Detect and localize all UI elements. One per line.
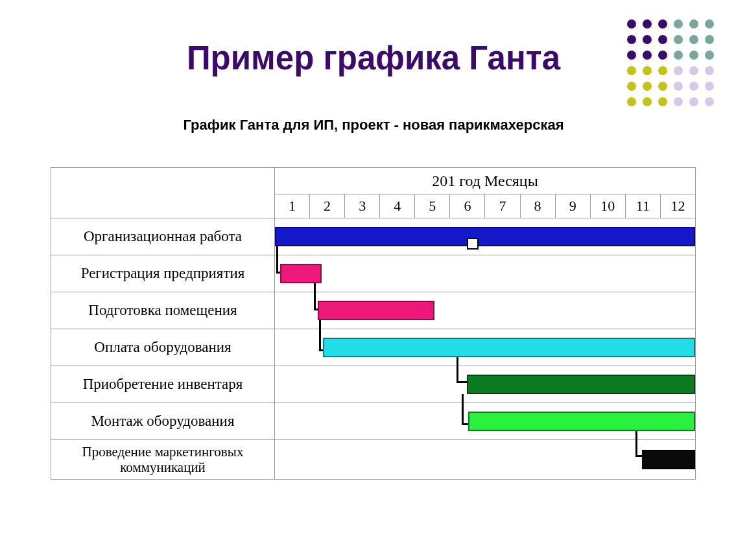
gantt-bar <box>280 264 322 283</box>
month-header: 2 <box>310 194 345 218</box>
table-row: Приобретение инвентаря <box>51 366 696 403</box>
month-header: 11 <box>625 194 660 218</box>
table-row: Проведение маркетинговых коммуникаций <box>51 440 696 480</box>
month-header: 6 <box>450 194 485 218</box>
bar-notch-icon <box>467 238 479 250</box>
month-header: 8 <box>520 194 555 218</box>
task-label: Приобретение инвентаря <box>51 366 275 403</box>
gantt-bar <box>323 338 695 357</box>
task-header-blank <box>51 168 275 218</box>
gantt-bar <box>318 301 434 320</box>
gantt-bar <box>468 412 695 431</box>
month-header: 3 <box>345 194 380 218</box>
month-header: 1 <box>275 194 310 218</box>
gantt-chart: 201 год Месяцы 1 2 3 4 5 6 7 8 9 10 11 1… <box>51 167 696 480</box>
time-header: 201 год Месяцы <box>275 168 696 194</box>
month-header: 7 <box>485 194 520 218</box>
month-header: 12 <box>660 194 695 218</box>
table-row: Подготовка помещения <box>51 292 696 329</box>
gantt-bar <box>467 375 695 394</box>
task-label: Подготовка помещения <box>51 292 275 329</box>
slide-title: Пример графика Ганта <box>0 39 747 77</box>
table-row: Организационная работа <box>51 218 696 255</box>
month-header: 5 <box>415 194 450 218</box>
month-header: 4 <box>380 194 415 218</box>
task-label: Оплата оборудования <box>51 329 275 366</box>
gantt-bar <box>642 450 695 469</box>
task-label: Организационная работа <box>51 218 275 255</box>
month-header: 9 <box>555 194 590 218</box>
table-row: Монтаж оборудования <box>51 403 696 440</box>
task-label: Монтаж оборудования <box>51 403 275 440</box>
task-label: Регистрация предприятия <box>51 255 275 292</box>
chart-subtitle: График Ганта для ИП, проект - новая пари… <box>0 117 747 134</box>
table-row: Регистрация предприятия <box>51 255 696 292</box>
gantt-bar <box>275 227 695 246</box>
month-header: 10 <box>590 194 625 218</box>
table-row: Оплата оборудования <box>51 329 696 366</box>
task-label: Проведение маркетинговых коммуникаций <box>51 440 275 480</box>
